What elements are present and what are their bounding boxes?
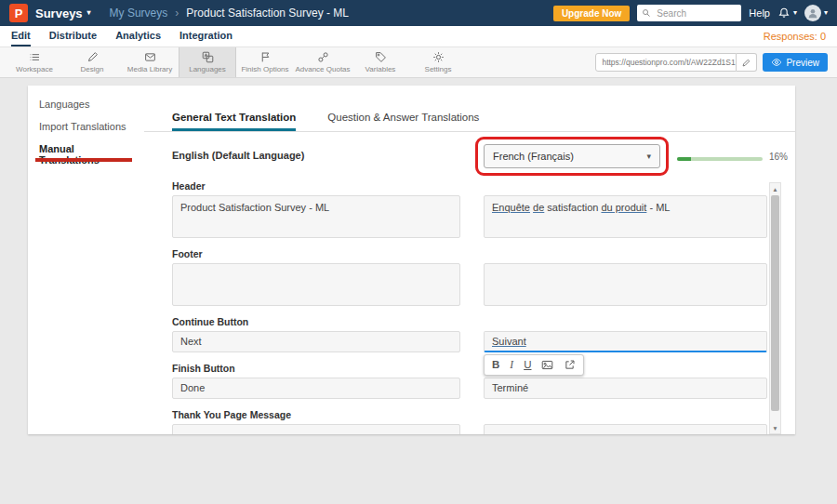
account-menu[interactable]: ▾: [804, 5, 828, 21]
page-background: Languages Import Translations Manual Tra…: [0, 78, 837, 504]
sidebar-item-manual-translations[interactable]: Manual Translations: [28, 138, 144, 171]
target-textbox-thank-you[interactable]: [484, 424, 767, 434]
target-language-select[interactable]: French (Français) ▾: [484, 144, 660, 168]
toolbar-right: https://questionpro.com/t/AW22Zd1S1 Prev…: [595, 47, 831, 77]
upgrade-now-button[interactable]: Upgrade Now: [553, 6, 630, 21]
sidebar-item-import-translations[interactable]: Import Translations: [28, 115, 144, 138]
surveys-menu[interactable]: Surveys ▾: [35, 7, 91, 20]
design-icon: [86, 51, 99, 63]
survey-toolbar: Workspace Design Media Library Languages…: [0, 46, 837, 78]
tool-media-library[interactable]: Media Library: [121, 47, 179, 77]
source-language-label: English (Default Language): [172, 150, 304, 161]
questionpro-logo[interactable]: P: [9, 4, 28, 22]
tool-advance-quotas[interactable]: Advance Quotas: [294, 47, 352, 77]
help-link[interactable]: Help: [749, 7, 770, 19]
chevron-down-icon: ▾: [646, 152, 651, 161]
italic-button[interactable]: I: [510, 360, 513, 371]
nav-tab-integration[interactable]: Integration: [179, 26, 232, 46]
translations-card: Languages Import Translations Manual Tra…: [28, 86, 795, 434]
target-input-finish[interactable]: Terminé: [484, 378, 767, 399]
language-selection-row: English (Default Language) French (Franç…: [144, 132, 795, 177]
scrollbar-thumb[interactable]: [771, 195, 779, 411]
languages-icon: [202, 51, 214, 63]
underline-button[interactable]: U: [524, 360, 531, 371]
nav-tab-edit[interactable]: Edit: [11, 26, 31, 46]
avatar: [804, 5, 821, 21]
user-icon: [806, 7, 819, 20]
field-row-footer: Footer: [172, 248, 795, 306]
preview-label: Preview: [786, 58, 819, 68]
search-icon: [642, 8, 651, 18]
chevron-down-icon: ▾: [87, 9, 91, 17]
breadcrumb: My Surveys › Product Satisfaction Survey…: [110, 7, 349, 20]
bold-button[interactable]: B: [492, 360, 499, 371]
tool-variables[interactable]: Variables: [352, 47, 409, 77]
tool-label: Variables: [365, 65, 396, 73]
chevron-down-icon: ▾: [793, 9, 797, 17]
manual-translations-panel: General Text Translation Question & Answ…: [144, 86, 795, 434]
source-textbox-header: Product Satisfaction Survey - ML: [172, 195, 460, 238]
field-label: Continue Button: [172, 316, 795, 327]
target-textbox-header[interactable]: Enquête de satisfaction du produit - ML: [484, 195, 767, 238]
advance-quotas-icon: [317, 51, 329, 63]
translation-tabs: General Text Translation Question & Answ…: [144, 86, 795, 132]
field-label: Footer: [172, 248, 795, 259]
external-link-icon: [564, 359, 576, 371]
target-input-continue[interactable]: Suivant: [484, 331, 767, 352]
breadcrumb-current: Product Satisfaction Survey - ML: [186, 7, 349, 20]
tool-settings[interactable]: Settings: [409, 47, 467, 77]
progress-percent: 16%: [769, 152, 788, 162]
scroll-up-button[interactable]: ▲: [770, 183, 780, 194]
translations-sidebar: Languages Import Translations Manual Tra…: [28, 86, 144, 434]
target-language-value: French (Français): [493, 151, 574, 162]
pencil-icon: [741, 58, 751, 68]
bell-icon: [777, 7, 790, 20]
survey-url-field[interactable]: https://questionpro.com/t/AW22Zd1S1: [595, 53, 737, 72]
chevron-down-icon: ▾: [824, 9, 828, 17]
breadcrumb-my-surveys[interactable]: My Surveys: [110, 7, 168, 20]
translation-form: Header Product Satisfaction Survey - ML …: [144, 177, 795, 434]
tool-label: Settings: [425, 65, 452, 73]
tool-workspace[interactable]: Workspace: [6, 47, 63, 77]
nav-tab-analytics[interactable]: Analytics: [115, 26, 161, 46]
tool-label: Design: [81, 65, 104, 73]
settings-icon: [432, 51, 445, 63]
target-textbox-footer[interactable]: [484, 263, 767, 306]
format-toolbar: B I U: [484, 354, 584, 376]
nav-tab-distribute[interactable]: Distribute: [49, 26, 97, 46]
tool-languages[interactable]: Languages: [179, 47, 236, 77]
tool-label: Languages: [189, 65, 226, 73]
tool-label: Media Library: [127, 65, 172, 73]
source-input-continue: Next: [172, 331, 460, 352]
notifications-menu[interactable]: ▾: [777, 7, 797, 20]
annotation-red-underline: [35, 158, 132, 162]
tab-question-answer-translations[interactable]: Question & Answer Translations: [327, 112, 479, 131]
responses-count: Responses: 0: [764, 31, 826, 42]
workspace-icon: [29, 51, 41, 63]
search-box[interactable]: [637, 5, 741, 21]
survey-url-group: https://questionpro.com/t/AW22Zd1S1: [595, 53, 757, 72]
main-nav: Edit Distribute Analytics Integration Re…: [0, 26, 837, 46]
source-textbox-footer: [172, 263, 460, 306]
tool-finish-options[interactable]: Finish Options: [236, 47, 294, 77]
preview-button[interactable]: Preview: [763, 53, 828, 72]
field-row-continue-button: Continue Button Next Suivant B I U: [172, 316, 795, 352]
insert-link-button[interactable]: [564, 359, 576, 371]
breadcrumb-separator: ›: [175, 7, 179, 20]
finish-options-icon: [259, 51, 272, 63]
source-textbox-thank-you: [172, 424, 460, 434]
insert-image-button[interactable]: [541, 359, 553, 371]
eye-icon: [771, 57, 782, 68]
media-library-icon: [144, 51, 156, 63]
source-input-finish: Done: [172, 378, 460, 399]
tool-label: Finish Options: [241, 65, 288, 73]
image-icon: [541, 359, 553, 371]
sidebar-item-languages[interactable]: Languages: [28, 93, 144, 115]
tool-design[interactable]: Design: [63, 47, 121, 77]
tab-general-text-translation[interactable]: General Text Translation: [172, 112, 296, 131]
scroll-down-button[interactable]: ▼: [770, 422, 780, 433]
vertical-scrollbar[interactable]: ▲ ▼: [769, 182, 781, 434]
field-label: Thank You Page Message: [172, 409, 795, 420]
edit-url-button[interactable]: [737, 53, 757, 72]
search-input[interactable]: [655, 7, 737, 20]
